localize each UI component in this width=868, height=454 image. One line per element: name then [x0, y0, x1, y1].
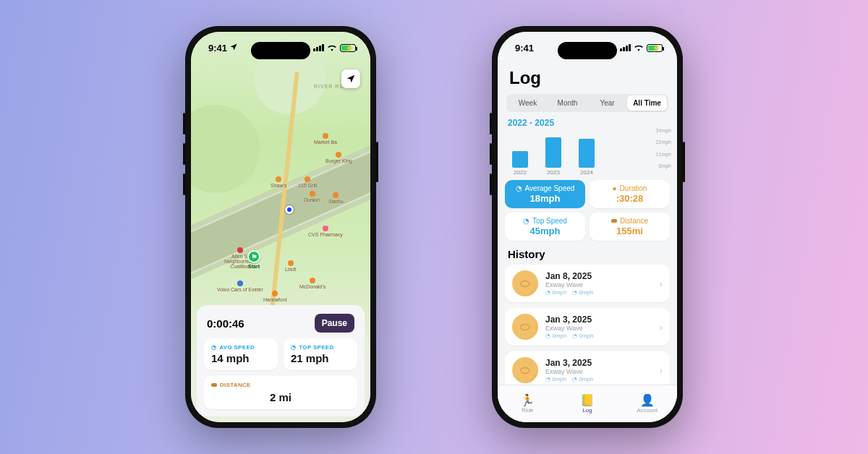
history-stat: ◔ 0mph: [545, 376, 566, 382]
poi-dot-icon: [272, 291, 278, 296]
start-pin: Start: [247, 250, 260, 269]
history-board: Exway Wave: [545, 325, 652, 332]
avg-speed-metric[interactable]: ◔Average Speed 18mph: [505, 180, 585, 208]
speed-chart: 202220232024 34mph22mph11mph0mph: [498, 128, 677, 180]
top-speed-value: 21 mph: [291, 352, 350, 364]
road-label: RIVER RD: [314, 84, 344, 89]
date-range-label: 2022 - 2025: [498, 112, 677, 128]
y-tick: 34mph: [647, 128, 671, 133]
map-poi[interactable]: Hannaford: [263, 291, 287, 302]
map-poi[interactable]: Starbu: [328, 192, 344, 204]
history-heading: History: [498, 241, 677, 265]
poi-dot-icon: [237, 280, 243, 286]
summary-metrics-grid: ◔Average Speed 18mph ●Duration :30:28 ◔T…: [498, 180, 677, 241]
map-poi[interactable]: 110 Grill: [298, 176, 317, 188]
poi-label: Dunkin': [304, 197, 320, 202]
map-poi[interactable]: Shaw's: [271, 176, 286, 188]
segment-year[interactable]: Year: [587, 95, 627, 111]
poi-label: CVS Pharmacy: [308, 232, 343, 237]
top-speed-label: TOP SPEED: [299, 344, 333, 351]
segment-week[interactable]: Week: [508, 95, 548, 111]
metric-value: 45mph: [508, 226, 582, 236]
metric-label: Top Speed: [532, 217, 567, 225]
avg-speed-card: ◔AVG SPEED 14 mph: [204, 338, 278, 370]
map-poi[interactable]: Volvo Cars of Exeter: [217, 280, 263, 292]
top-speed-metric[interactable]: ◔Top Speed 45mph: [505, 213, 585, 241]
poi-label: 110 Grill: [298, 183, 317, 188]
clock-icon: ●: [613, 184, 617, 192]
metric-value: 155mi: [592, 226, 667, 236]
account-icon: 👤: [640, 395, 655, 406]
wifi-icon: [327, 44, 337, 51]
map-poi[interactable]: McDonald's: [299, 278, 326, 289]
history-item[interactable]: ⬭ Jan 8, 2025 Exway Wave ◔ 0mph ◔ 0mph ›: [505, 265, 670, 302]
dynamic-island: [558, 42, 617, 59]
poi-dot-icon: [305, 176, 310, 182]
history-stat: ◔ 0mph: [572, 376, 593, 382]
log-icon: 📒: [580, 395, 595, 406]
history-stat: ◔ 0mph: [545, 289, 566, 296]
chevron-right-icon: ›: [660, 365, 663, 376]
poi-dot-icon: [288, 260, 294, 266]
battery-icon: ⚡: [340, 44, 356, 52]
pause-button[interactable]: Pause: [315, 314, 354, 333]
tracking-panel: 0:00:46 Pause ◔AVG SPEED 14 mph ◔TOP SPE…: [197, 305, 365, 416]
ride-icon: 🏃: [520, 395, 535, 406]
poi-label: Hannaford: [263, 297, 287, 302]
tab-label: Account: [637, 407, 658, 414]
history-item[interactable]: ⬭ Jan 3, 2025 Exway Wave ◔ 0mph ◔ 0mph ›: [505, 308, 670, 346]
bar-category-label: 2023: [547, 169, 560, 176]
gauge-icon: ◔: [211, 344, 216, 351]
poi-dot-icon: [276, 176, 281, 182]
segment-month[interactable]: Month: [548, 95, 587, 111]
history-item[interactable]: ⬭ Jan 3, 2025 Exway Wave ◔ 0mph ◔ 0mph ›: [505, 351, 670, 389]
map-poi[interactable]: Lindt: [285, 260, 296, 272]
ride-icon: ⬭: [512, 314, 538, 340]
user-location-dot: [285, 205, 294, 214]
map-poi[interactable]: Market Ba: [314, 133, 337, 145]
tab-account[interactable]: 👤Account: [617, 385, 677, 422]
chart-bar: 2023: [545, 128, 561, 176]
chart-bar: 2022: [512, 128, 528, 176]
battery-icon: ⚡: [647, 44, 663, 52]
poi-label: Shaw's: [271, 183, 286, 188]
poi-dot-icon: [237, 247, 243, 253]
poi-label: McDonald's: [299, 284, 326, 289]
poi-label: Starbu: [328, 199, 344, 204]
history-board: Exway Wave: [545, 368, 652, 375]
route-icon: [211, 383, 217, 387]
gauge-icon: ◔: [516, 184, 522, 192]
metric-label: Distance: [620, 217, 648, 225]
poi-label: Market Ba: [314, 140, 337, 145]
distance-metric[interactable]: Distance 155mi: [590, 213, 670, 241]
poi-label: Burger King: [326, 158, 352, 163]
location-arrow-icon: [229, 43, 238, 53]
map-poi[interactable]: Burger King: [326, 152, 352, 163]
poi-dot-icon: [333, 192, 339, 198]
ride-icon: ⬭: [512, 357, 538, 383]
tab-log[interactable]: 📒Log: [558, 385, 618, 422]
chevron-right-icon: ›: [660, 278, 663, 289]
screen-tracking: 9:41 ⚡ Market BaBurger King110 GrillShaw…: [191, 32, 370, 422]
gauge-icon: ◔: [523, 217, 529, 225]
poi-dot-icon: [336, 152, 341, 158]
dynamic-island: [251, 42, 310, 59]
tab-bar: 🏃Ride📒Log👤Account: [498, 385, 677, 422]
metric-label: Duration: [620, 184, 647, 192]
chevron-right-icon: ›: [660, 322, 663, 333]
phone-tracking: 9:41 ⚡ Market BaBurger King110 GrillShaw…: [185, 26, 376, 428]
poi-label: Volvo Cars of Exeter: [217, 287, 263, 292]
map-poi[interactable]: CVS Pharmacy: [308, 226, 343, 237]
poi-dot-icon: [310, 191, 315, 197]
map-poi[interactable]: Dunkin': [304, 191, 320, 202]
recenter-button[interactable]: [341, 69, 360, 88]
time-range-segmented-control[interactable]: WeekMonthYearAll Time: [506, 94, 668, 112]
cellular-icon: [313, 44, 324, 51]
page-title: Log: [498, 64, 677, 94]
tab-label: Ride: [522, 407, 533, 414]
status-time: 9:41: [515, 43, 534, 53]
segment-all-time[interactable]: All Time: [627, 95, 667, 111]
avg-speed-label: AVG SPEED: [219, 344, 255, 351]
duration-metric[interactable]: ●Duration :30:28: [590, 180, 670, 208]
tab-ride[interactable]: 🏃Ride: [498, 385, 558, 422]
